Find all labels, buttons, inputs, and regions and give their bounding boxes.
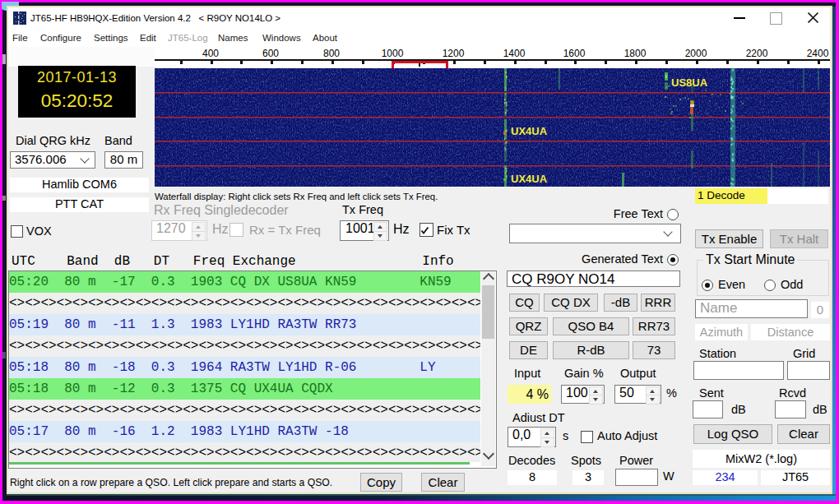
svg-text:US8UA: US8UA bbox=[671, 76, 708, 89]
svg-text:UX4UA: UX4UA bbox=[511, 125, 548, 137]
svg-text:UX4UA: UX4UA bbox=[511, 173, 548, 185]
